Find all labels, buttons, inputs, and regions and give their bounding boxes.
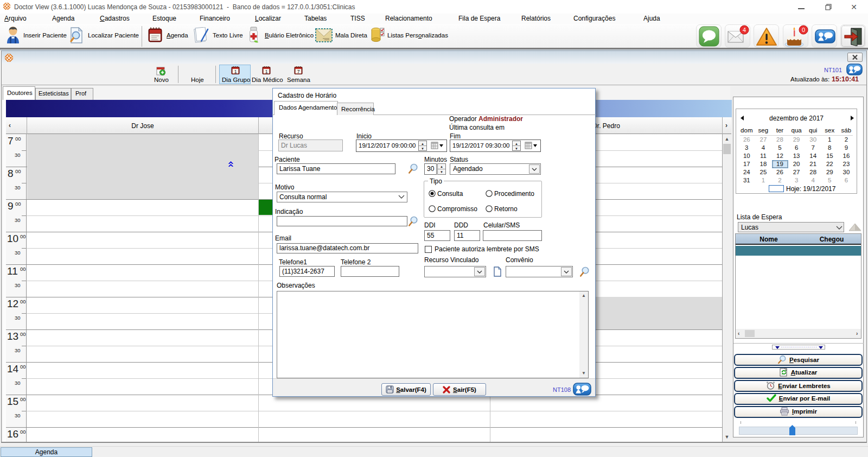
svg-text:0: 0 <box>802 27 805 33</box>
svg-text:1: 1 <box>234 69 237 74</box>
svg-text:1: 1 <box>265 69 268 74</box>
svg-text:4: 4 <box>743 27 746 33</box>
svg-text:7: 7 <box>297 69 300 74</box>
